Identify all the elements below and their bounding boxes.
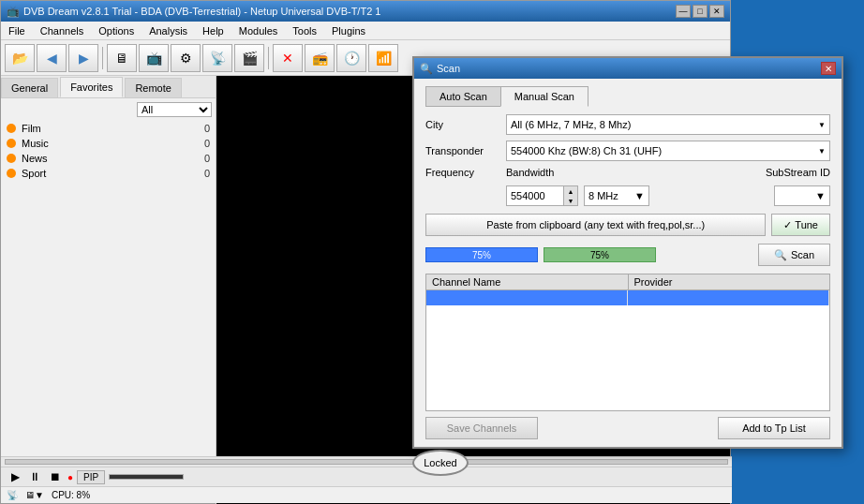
cpu-label: CPU: 8% (52, 490, 90, 500)
scan-button[interactable]: 🔍 Scan (758, 244, 830, 266)
clock-button[interactable]: 🕐 (336, 44, 366, 72)
col-header-channel: Channel Name (426, 274, 629, 289)
menu-help[interactable]: Help (199, 24, 228, 37)
substreamid-dropdown[interactable]: ▼ (774, 185, 830, 206)
channel-name-film: Film (22, 123, 199, 134)
frequency-label: Frequency (425, 167, 500, 178)
radio-button[interactable]: 📻 (305, 44, 335, 72)
menu-modules[interactable]: Modules (235, 24, 282, 37)
status-bar: 📡 🖥▼ CPU: 8% (1, 486, 732, 503)
filter-row: All Film Music News Sport (1, 98, 216, 121)
scan-icon-btn: 🔍 (774, 249, 787, 261)
controls-row: ▶ ⏸ ⏹ ● PIP (1, 467, 732, 486)
record-button[interactable]: 🎬 (234, 44, 264, 72)
tab-remote[interactable]: Remote (125, 78, 182, 97)
forward-button[interactable]: ▶ (68, 44, 98, 72)
frequency-spin-down[interactable]: ▼ (564, 196, 577, 205)
minimize-button[interactable]: — (676, 5, 691, 18)
channels-button[interactable]: 📡 (202, 44, 232, 72)
volume-bar[interactable] (109, 474, 184, 480)
filter-dropdown[interactable]: All Film Music News Sport (137, 102, 212, 117)
channel-count-sport: 0 (204, 168, 210, 179)
frequency-spin-up[interactable]: ▲ (564, 186, 577, 196)
results-table-body[interactable] (425, 289, 830, 411)
frequency-spinner: ▲ ▼ (563, 186, 577, 205)
frequency-input[interactable] (507, 188, 563, 203)
table-row[interactable] (426, 290, 829, 305)
menu-plugins[interactable]: Plugins (328, 24, 369, 37)
close-button[interactable]: ✕ (709, 5, 724, 18)
channel-dot-film (7, 124, 16, 133)
city-dropdown[interactable]: All (6 MHz, 7 MHz, 8 Mhz) ▼ (506, 114, 830, 135)
progress-row: 75% 75% 🔍 Scan (425, 244, 830, 266)
signal-icon: 📡 (7, 490, 18, 500)
menu-tools[interactable]: Tools (289, 24, 320, 37)
pause-button[interactable]: ⏸ (26, 469, 43, 484)
substreamid-arrow: ▼ (815, 190, 826, 201)
dialog-title-bar: 🔍 Scan ✕ (414, 58, 842, 79)
tab-general[interactable]: General (1, 78, 58, 97)
bandwidth-arrow: ▼ (634, 190, 645, 201)
transponder-dropdown[interactable]: 554000 Khz (BW:8) Ch 31 (UHF) ▼ (506, 141, 830, 161)
channel-list[interactable]: Film 0 Music 0 News 0 Sport 0 (1, 121, 216, 504)
tab-favorites[interactable]: Favorites (60, 77, 123, 97)
title-bar: 📺 DVB Dream v2.8.1 Trial - BDA (DVB-Terr… (1, 1, 730, 22)
menu-bar: File Channels Options Analysis Help Modu… (1, 22, 730, 40)
add-to-tp-button[interactable]: Add to Tp List (718, 417, 830, 439)
frequency-input-group: ▲ ▼ (506, 185, 578, 206)
progress-bar-quality: 75% (544, 247, 656, 262)
channel-count-film: 0 (204, 123, 210, 134)
scan-btn-label: Scan (791, 249, 814, 260)
maximize-button[interactable]: □ (693, 5, 708, 18)
app-icon: 📺 (7, 6, 20, 18)
substreamid-label: SubStream ID (766, 167, 830, 178)
open-button[interactable]: 📂 (5, 44, 35, 72)
tv-button[interactable]: 🖥 (107, 44, 137, 72)
city-dropdown-arrow: ▼ (818, 121, 826, 129)
list-item[interactable]: Sport 0 (1, 166, 216, 181)
monitor-button[interactable]: 📺 (139, 44, 169, 72)
locked-badge: Locked (412, 450, 469, 476)
seekbar-row (1, 456, 732, 467)
channel-count-news: 0 (204, 153, 210, 164)
menu-file[interactable]: File (5, 24, 29, 37)
app-title: DVB Dream v2.8.1 Trial - BDA (DVB-Terres… (23, 6, 380, 17)
progress-bar-signal: 75% (425, 247, 538, 262)
signal-button[interactable]: 📶 (368, 44, 398, 72)
seekbar[interactable] (5, 459, 728, 465)
channel-dot-sport (7, 169, 16, 178)
dialog-tab-bar: Auto Scan Manual Scan (425, 86, 830, 107)
dialog-tab-autoscan[interactable]: Auto Scan (425, 86, 501, 107)
menu-channels[interactable]: Channels (37, 24, 87, 37)
stop-ctrl-button[interactable]: ⏹ (47, 469, 64, 484)
dialog-tab-manualscan[interactable]: Manual Scan (500, 86, 588, 107)
play-button[interactable]: ▶ (8, 469, 22, 484)
back-button[interactable]: ◀ (37, 44, 67, 72)
city-row: City All (6 MHz, 7 MHz, 8 Mhz) ▼ (425, 114, 830, 135)
separator-1 (102, 47, 103, 69)
save-channels-button[interactable]: Save Channels (425, 417, 538, 439)
list-item[interactable]: News 0 (1, 151, 216, 166)
freq-labels-row: Frequency Bandwidth SubStream ID (425, 167, 830, 178)
menu-options[interactable]: Options (95, 24, 138, 37)
list-item[interactable]: Film 0 (1, 121, 216, 136)
stop-button[interactable]: ✕ (273, 44, 303, 72)
channel-name-news: News (22, 153, 199, 164)
bandwidth-value: 8 MHz (588, 190, 618, 201)
bottom-bar: ▶ ⏸ ⏹ ● PIP 📡 🖥▼ CPU: 8% (1, 456, 732, 503)
settings-button[interactable]: ⚙ (171, 44, 201, 72)
menu-analysis[interactable]: Analysis (145, 24, 191, 37)
tune-button[interactable]: ✓ Tune (771, 214, 830, 236)
channel-name-music: Music (22, 138, 199, 149)
list-item[interactable]: Music 0 (1, 136, 216, 151)
bandwidth-label: Bandwidth (506, 167, 562, 178)
screen-btn[interactable]: 🖥▼ (25, 490, 44, 500)
dialog-content: Auto Scan Manual Scan City All (6 MHz, 7… (414, 79, 842, 447)
dialog-title: Scan (437, 63, 460, 74)
pip-button[interactable]: PIP (77, 470, 105, 484)
bandwidth-dropdown[interactable]: 8 MHz ▼ (584, 185, 649, 206)
dialog-close-button[interactable]: ✕ (821, 62, 836, 75)
transponder-row: Transponder 554000 Khz (BW:8) Ch 31 (UHF… (425, 141, 830, 161)
paste-button[interactable]: Paste from clipboard (any text with freq… (425, 214, 766, 236)
channel-dot-news (7, 154, 16, 163)
